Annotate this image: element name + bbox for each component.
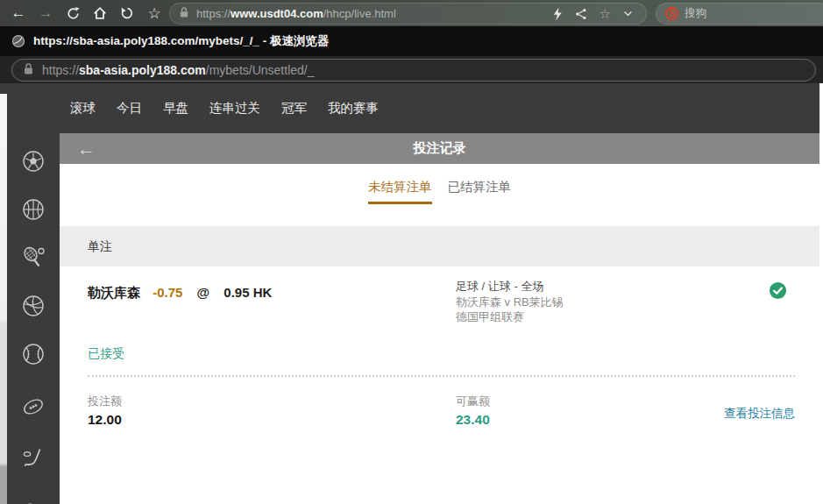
bet-meta: 足球 / 让球 - 全场 勒沃库森 v RB莱比锡 德国甲组联赛 <box>456 279 769 325</box>
bet-selection-line: 勒沃库森 -0.75 @ 0.95 HK <box>88 279 456 302</box>
stake-block: 投注额 12.00 <box>88 394 456 428</box>
divider <box>88 375 795 377</box>
back-icon[interactable]: ← <box>10 4 27 22</box>
basketball-icon[interactable] <box>21 197 46 222</box>
bet-status: 已接受 <box>88 346 795 362</box>
win-block: 可赢额 23.40 <box>456 394 724 428</box>
handicap-value: -0.75 <box>153 285 182 300</box>
url-bar[interactable]: https://www.usdt04.com/hhcp/live.html ☆ <box>169 3 647 25</box>
screen: ← → ☆ https://www.usdt04.com/hhcp/live.h… <box>0 0 823 504</box>
at-symbol: @ <box>197 285 210 300</box>
page-title: 投注记录 <box>60 140 819 157</box>
window-title-bar: https://sba-asia.poly188.com/mybets/_/_ … <box>0 26 823 56</box>
market-label: 足球 / 让球 - 全场 <box>456 279 769 295</box>
address-bar-row: https://sba-asia.poly188.com/mybets/Unse… <box>0 56 823 83</box>
rugby-icon[interactable] <box>21 500 46 504</box>
window-title-text: https://sba-asia.poly188.com/mybets/_/_ … <box>33 33 330 49</box>
forward-icon[interactable]: → <box>37 4 54 22</box>
win-label: 可赢额 <box>456 394 724 409</box>
american-football-icon[interactable] <box>21 394 46 419</box>
page-edge-strip <box>0 94 7 504</box>
address-bar[interactable]: https://sba-asia.poly188.com/mybets/Unse… <box>11 59 816 82</box>
win-value: 23.40 <box>456 412 724 428</box>
corner-fill <box>0 83 7 94</box>
nav-item-parlay[interactable]: 连串过关 <box>209 100 260 117</box>
selection-name: 勒沃库森 <box>88 285 140 300</box>
lock-icon <box>23 62 34 79</box>
bets-content: 未结算注单 已结算注单 单注 勒沃库森 -0.75 @ 0.95 HK 足球 /… <box>60 164 819 504</box>
stake-label: 投注额 <box>88 394 456 409</box>
stake-value: 12.00 <box>88 412 456 428</box>
tab-settled[interactable]: 已结算注单 <box>448 179 512 204</box>
url-text: https://www.usdt04.com/hhcp/live.html <box>196 7 551 20</box>
odds-value: 0.95 HK <box>223 285 272 300</box>
back-arrow-icon[interactable]: ← <box>77 139 96 158</box>
section-header-single-bet: 单注 <box>60 226 819 266</box>
nav-item-my-events[interactable]: 我的赛事 <box>328 100 379 117</box>
baseball-icon[interactable] <box>21 342 46 366</box>
view-bet-details-link[interactable]: 查看投注信息 <box>724 406 795 422</box>
bet-tabs: 未结算注单 已结算注单 <box>60 164 819 204</box>
event-label: 勒沃库森 v RB莱比锡 <box>456 295 769 310</box>
accepted-check-icon <box>769 279 795 303</box>
bet-card: 勒沃库森 -0.75 @ 0.95 HK 足球 / 让球 - 全场 勒沃库森 v… <box>60 266 819 428</box>
chevron-down-icon[interactable] <box>622 8 634 19</box>
tennis-icon[interactable] <box>21 245 46 270</box>
bookmark-star-icon[interactable]: ☆ <box>145 4 163 22</box>
star-icon[interactable]: ☆ <box>600 6 611 22</box>
lightning-icon[interactable] <box>551 7 563 21</box>
browser-globe-icon <box>11 34 25 48</box>
ice-hockey-icon[interactable] <box>21 447 46 472</box>
home-icon[interactable] <box>91 4 109 22</box>
undo-icon[interactable] <box>118 4 136 22</box>
address-text: https://sba-asia.poly188.com/mybets/Unse… <box>42 63 315 77</box>
nav-item-early[interactable]: 早盘 <box>163 100 188 117</box>
nav-item-today[interactable]: 今日 <box>117 100 142 117</box>
lock-icon <box>179 6 189 22</box>
search-engine-label: 搜狗 <box>685 6 706 21</box>
volleyball-icon[interactable] <box>21 294 46 318</box>
tab-unsettled[interactable]: 未结算注单 <box>368 179 432 204</box>
nav-item-outright[interactable]: 冠军 <box>281 100 307 117</box>
page-header: ← 投注记录 <box>60 133 819 164</box>
share-icon[interactable] <box>574 7 588 21</box>
sport-sidebar <box>7 83 60 504</box>
sogou-logo-icon: S <box>665 7 678 20</box>
betting-app: 滚球 今日 早盘 连串过关 冠军 我的赛事 <box>0 83 823 504</box>
league-label: 德国甲组联赛 <box>456 309 769 325</box>
search-box[interactable]: S 搜狗 <box>656 3 823 25</box>
soccer-icon[interactable] <box>21 149 46 174</box>
reload-icon[interactable] <box>64 4 82 22</box>
sports-navbar: 滚球 今日 早盘 连串过关 冠军 我的赛事 <box>7 83 819 133</box>
browser-toolbar: ← → ☆ https://www.usdt04.com/hhcp/live.h… <box>0 0 823 26</box>
nav-item-live[interactable]: 滚球 <box>70 100 96 117</box>
